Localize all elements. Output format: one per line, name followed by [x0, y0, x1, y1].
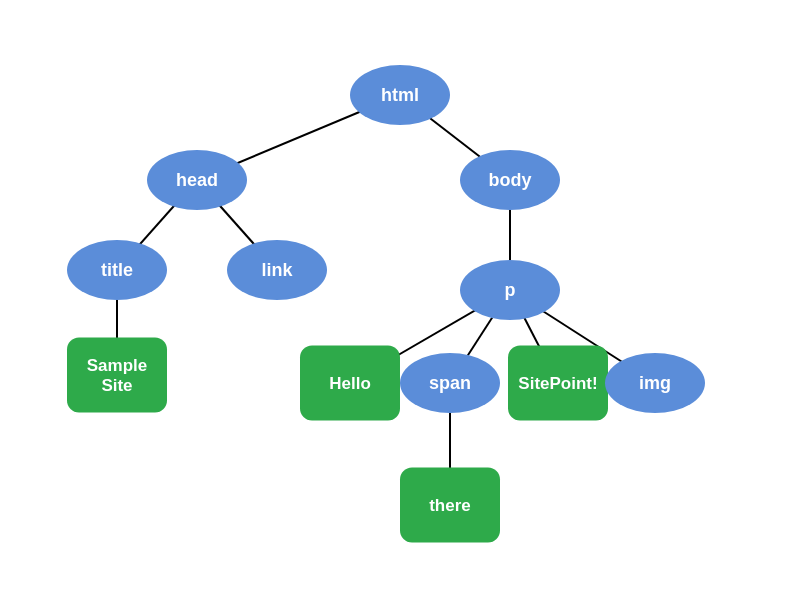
- node-there: there: [400, 468, 500, 543]
- node-p: p: [460, 260, 560, 320]
- node-img: img: [605, 353, 705, 413]
- node-link: link: [227, 240, 327, 300]
- node-head: head: [147, 150, 247, 210]
- tree-diagram: htmlheadbodytitlelinkpSampleSiteHellospa…: [0, 0, 800, 600]
- node-body: body: [460, 150, 560, 210]
- node-sitepoint: SitePoint!: [508, 346, 608, 421]
- node-span: span: [400, 353, 500, 413]
- node-samplesite: SampleSite: [67, 338, 167, 413]
- node-title: title: [67, 240, 167, 300]
- node-html: html: [350, 65, 450, 125]
- node-hello: Hello: [300, 346, 400, 421]
